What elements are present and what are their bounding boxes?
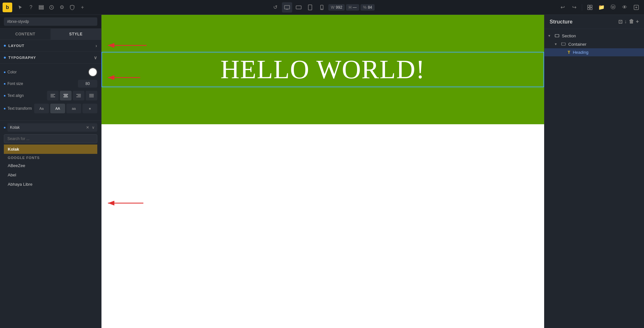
tab-content[interactable]: CONTENT bbox=[0, 29, 51, 40]
redo-icon[interactable]: ↪ bbox=[569, 2, 579, 13]
tree-item-heading[interactable]: ▾ T Heading bbox=[544, 48, 644, 56]
svg-rect-9 bbox=[588, 5, 590, 7]
svg-point-8 bbox=[322, 9, 322, 9]
tree-item-section-label: Section bbox=[562, 33, 576, 38]
tree-item-heading-label: Heading bbox=[573, 50, 588, 55]
content-style-tabs: CONTENT STYLE bbox=[0, 29, 101, 40]
help-icon[interactable]: ? bbox=[26, 2, 36, 13]
align-left-button[interactable] bbox=[47, 91, 59, 100]
canvas-area[interactable]: HELLO WORLD! bbox=[101, 15, 544, 328]
structure-delete-icon[interactable]: 🗑 bbox=[629, 19, 634, 25]
text-transform-label: Text transform bbox=[7, 106, 32, 111]
svg-rect-6 bbox=[308, 5, 312, 10]
height-field[interactable]: H — bbox=[346, 4, 359, 11]
font-item-abel[interactable]: Abel bbox=[4, 170, 97, 180]
layout-section-header[interactable]: LAYOUT › bbox=[0, 40, 101, 52]
structure-add-icon[interactable]: + bbox=[636, 19, 639, 25]
structure-title: Structure bbox=[550, 19, 572, 25]
font-search-input[interactable] bbox=[4, 134, 97, 143]
element-id-input[interactable] bbox=[4, 17, 97, 26]
structure-copy-icon[interactable]: ⊡ bbox=[618, 19, 622, 25]
text-transform-dot bbox=[4, 108, 5, 109]
tablet-landscape-icon[interactable] bbox=[293, 2, 304, 13]
section-icon bbox=[555, 33, 559, 38]
svg-rect-5 bbox=[296, 6, 301, 9]
refresh-icon[interactable]: ↺ bbox=[270, 2, 281, 13]
svg-rect-31 bbox=[562, 43, 565, 45]
svg-rect-1 bbox=[39, 7, 43, 8]
publish-icon[interactable] bbox=[631, 2, 641, 13]
right-panel: Structure ⊡ ↓ 🗑 + ▾ Section ▾ bbox=[544, 15, 644, 328]
tree-item-container-label: Container bbox=[568, 42, 586, 47]
main-area: CONTENT STYLE LAYOUT › TYPOGRAPHY ∨ bbox=[0, 15, 644, 328]
canvas-green-section[interactable]: HELLO WORLD! bbox=[101, 15, 544, 124]
font-dot bbox=[4, 127, 5, 128]
transform-strikethrough-button[interactable]: x bbox=[82, 104, 97, 113]
width-label: W bbox=[331, 5, 334, 10]
desktop-view-icon[interactable] bbox=[282, 2, 292, 13]
structure-tree: ▾ Section ▾ Container ▾ T bbox=[544, 29, 644, 59]
container-icon bbox=[561, 42, 566, 47]
svg-rect-12 bbox=[590, 8, 592, 10]
text-align-label: Text align bbox=[7, 93, 24, 98]
text-align-dot bbox=[4, 95, 5, 97]
tree-item-container[interactable]: ▾ Container bbox=[544, 40, 644, 48]
google-fonts-label: GOOGLE FONTS bbox=[4, 154, 97, 161]
svg-rect-2 bbox=[39, 8, 43, 9]
text-align-row: Text align bbox=[4, 91, 97, 100]
font-item-abeezee[interactable]: ABeeZee bbox=[4, 161, 97, 170]
mobile-icon[interactable] bbox=[317, 2, 327, 13]
toolbar-center: ↺ W 992 H — % 84 bbox=[88, 2, 557, 13]
section-chevron: ▾ bbox=[548, 33, 553, 38]
tree-item-section[interactable]: ▾ Section bbox=[544, 32, 644, 40]
top-toolbar: b ? ⚙ + ↺ W 992 H — bbox=[0, 0, 644, 15]
color-row: Color bbox=[4, 68, 97, 77]
structure-download-icon[interactable]: ↓ bbox=[624, 19, 627, 25]
svg-rect-4 bbox=[284, 5, 290, 9]
align-center-button[interactable] bbox=[60, 91, 72, 100]
height-value: — bbox=[353, 5, 357, 10]
wordpress-icon[interactable]: Ⓦ bbox=[608, 2, 618, 13]
font-item-abhaya-libre[interactable]: Abhaya Libre bbox=[4, 180, 97, 189]
height-label: H bbox=[349, 5, 351, 10]
transform-lowercase-button[interactable]: aa bbox=[66, 104, 81, 113]
typography-section: Color Font size Text align bbox=[0, 64, 101, 121]
canvas-heading-text: HELLO WORLD! bbox=[220, 54, 425, 85]
history-icon[interactable] bbox=[46, 2, 57, 13]
transform-none-button[interactable]: Aa bbox=[34, 104, 49, 113]
font-clear-button[interactable]: ✕ bbox=[86, 125, 89, 130]
add-icon[interactable]: + bbox=[77, 2, 88, 13]
layout-dot bbox=[4, 45, 6, 47]
layers-icon[interactable] bbox=[36, 2, 46, 13]
canvas-white-section[interactable] bbox=[101, 124, 544, 328]
color-swatch[interactable] bbox=[88, 68, 97, 77]
width-field[interactable]: W 992 bbox=[328, 4, 345, 11]
tab-style[interactable]: STYLE bbox=[51, 29, 101, 40]
app-logo[interactable]: b bbox=[3, 3, 12, 12]
typography-label: TYPOGRAPHY bbox=[8, 56, 36, 60]
color-dot bbox=[4, 71, 5, 73]
undo-icon[interactable]: ↩ bbox=[557, 2, 568, 13]
typography-section-header[interactable]: TYPOGRAPHY ∨ bbox=[0, 52, 101, 64]
width-value: 992 bbox=[336, 5, 342, 10]
folder-icon[interactable]: 📁 bbox=[596, 2, 607, 13]
zoom-field[interactable]: % 84 bbox=[360, 4, 375, 11]
container-chevron: ▾ bbox=[555, 42, 560, 46]
svg-rect-11 bbox=[588, 8, 590, 10]
font-select-box[interactable]: Kolak ✕ ∨ bbox=[7, 123, 97, 132]
grid-icon[interactable] bbox=[585, 2, 595, 13]
font-size-input[interactable] bbox=[78, 80, 97, 88]
tablet-portrait-icon[interactable] bbox=[305, 2, 315, 13]
shield-icon[interactable] bbox=[67, 2, 77, 13]
text-align-buttons bbox=[47, 91, 97, 100]
selected-font-label: Kolak bbox=[10, 125, 20, 130]
settings-icon[interactable]: ⚙ bbox=[57, 2, 67, 13]
transform-uppercase-button[interactable]: AA bbox=[50, 104, 65, 113]
align-justify-button[interactable] bbox=[86, 91, 97, 100]
align-right-button[interactable] bbox=[73, 91, 84, 100]
text-transform-buttons: Aa AA aa x bbox=[34, 104, 97, 113]
font-item-kolak[interactable]: Kolak bbox=[4, 145, 97, 154]
cursor-tool-icon[interactable] bbox=[15, 2, 26, 13]
preview-icon[interactable]: 👁 bbox=[620, 2, 630, 13]
text-transform-row: Text transform Aa AA aa x bbox=[4, 104, 97, 113]
